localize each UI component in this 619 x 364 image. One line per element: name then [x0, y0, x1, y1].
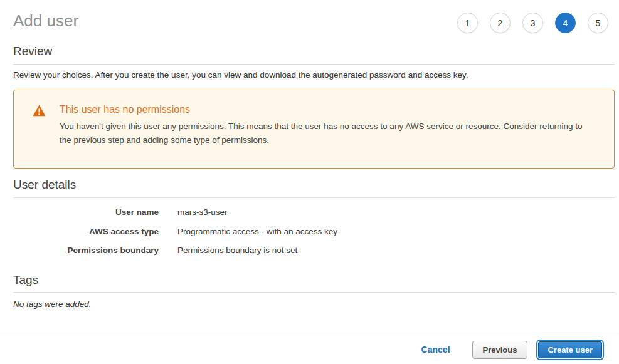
detail-label: AWS access type — [13, 227, 159, 236]
wizard-step-5: 5 — [588, 13, 608, 33]
wizard-header: Add user 1 2 3 4 5 — [0, 0, 619, 33]
review-description: Review your choices. After you create th… — [13, 70, 615, 80]
detail-row-access-type: AWS access type Programmatic access - wi… — [13, 227, 615, 236]
user-details-heading: User details — [13, 178, 615, 198]
tags-empty-note: No tags were added. — [13, 299, 615, 309]
detail-row-user-name: User name mars-s3-user — [13, 207, 615, 217]
previous-button[interactable]: Previous — [472, 341, 528, 359]
wizard-step-1: 1 — [457, 13, 478, 33]
detail-row-permissions-boundary: Permissions boundary Permissions boundar… — [13, 246, 615, 255]
warning-text-block: This user has no permissions You haven't… — [60, 103, 591, 147]
add-user-wizard: Add user 1 2 3 4 5 Review Review your ch… — [0, 0, 619, 364]
wizard-step-2: 2 — [490, 13, 511, 33]
warning-body: You haven't given this user any permissi… — [60, 120, 591, 147]
wizard-footer: Cancel Previous Create user — [0, 335, 619, 364]
wizard-step-4-active: 4 — [555, 13, 576, 33]
detail-label: Permissions boundary — [13, 246, 159, 255]
wizard-step-indicator: 1 2 3 4 5 — [445, 13, 608, 33]
create-user-button[interactable]: Create user — [538, 341, 602, 358]
detail-value: Permissions boundary is not set — [177, 246, 297, 255]
warning-triangle-icon — [33, 105, 46, 119]
page-title: Add user — [13, 10, 78, 31]
create-user-button-focus-ring: Create user — [536, 340, 604, 360]
detail-label: User name — [13, 207, 159, 217]
user-details-rows: User name mars-s3-user AWS access type P… — [13, 207, 615, 255]
warning-title: This user has no permissions — [60, 103, 591, 116]
detail-value: mars-s3-user — [177, 207, 228, 217]
user-details-section: User details User name mars-s3-user AWS … — [13, 178, 615, 255]
tags-heading: Tags — [13, 273, 615, 293]
wizard-content: Review Review your choices. After you cr… — [13, 44, 615, 309]
review-section: Review Review your choices. After you cr… — [13, 44, 615, 80]
review-heading: Review — [13, 44, 615, 65]
no-permissions-warning: This user has no permissions You haven't… — [13, 90, 615, 169]
tags-section: Tags No tags were added. — [13, 273, 615, 309]
cancel-link[interactable]: Cancel — [421, 345, 450, 355]
wizard-step-3: 3 — [522, 13, 543, 33]
detail-value: Programmatic access - with an access key — [177, 227, 337, 236]
